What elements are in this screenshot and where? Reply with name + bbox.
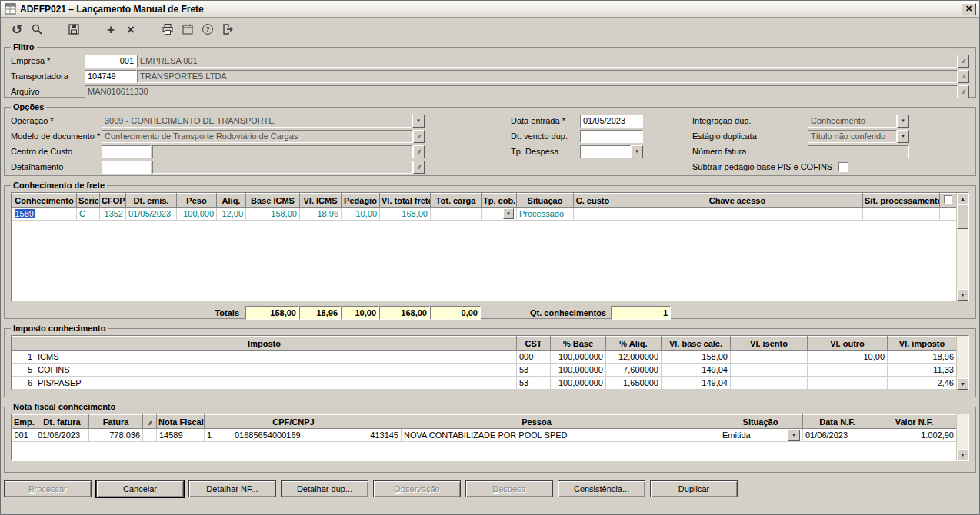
col-vl-icms[interactable]: Vl. ICMS — [300, 194, 342, 208]
pct-base-cell[interactable]: 100,000000 — [551, 377, 606, 390]
vl-base-calc-cell[interactable]: 149,04 — [662, 364, 731, 377]
situacao-dropdown[interactable]: Emitida ▼ — [721, 430, 800, 441]
col-chave-acesso[interactable]: Chave acesso — [612, 194, 863, 208]
pessoa-name-cell[interactable]: NOVA CONTABILIZADE POR POOL SPED — [402, 429, 718, 442]
vl-base-calc-cell[interactable]: 158,00 — [662, 351, 731, 364]
imposto-name-cell[interactable]: PIS/PASEP — [35, 377, 517, 390]
col-vl-isento[interactable]: Vl. isento — [731, 337, 808, 351]
tp-cob-dropdown[interactable]: ▼ — [484, 208, 514, 219]
transportadora-zoom-button[interactable]: // — [958, 70, 969, 83]
col-sit-processamento[interactable]: Sit. processamento — [863, 194, 940, 208]
col-cpf-cnpj[interactable]: CPF/CNPJ — [232, 415, 355, 429]
table-row[interactable]: 1 ICMS 000 100,000000 12,000000 158,00 1… — [12, 351, 957, 364]
exit-button[interactable] — [218, 20, 238, 38]
imposto-code-cell[interactable]: 6 — [12, 377, 35, 390]
arquivo-zoom-button[interactable]: // — [958, 85, 969, 98]
close-button[interactable]: ✕ — [962, 3, 976, 15]
dt-vencto-input[interactable] — [580, 130, 643, 143]
save-button[interactable] — [64, 20, 84, 38]
col-vl-imposto[interactable]: Vl. imposto — [888, 337, 957, 351]
imposto-scrollbar[interactable]: ▼ — [956, 336, 968, 390]
select-all-checkbox[interactable] — [944, 195, 952, 204]
chave-acesso-cell[interactable] — [612, 208, 863, 221]
cst-cell[interactable]: 000 — [517, 351, 551, 364]
empresa-code-input[interactable]: 001 — [85, 55, 137, 68]
calendar-button[interactable] — [178, 20, 198, 38]
tot-carga-cell[interactable] — [431, 208, 482, 221]
col-select-all[interactable] — [940, 194, 957, 208]
scroll-down-icon[interactable]: ▼ — [957, 289, 968, 301]
table-row[interactable]: 1589 C 1352 01/05/2023 100,000 12,00 158… — [12, 208, 957, 221]
col-tot-carga[interactable]: Tot. carga — [431, 194, 482, 208]
nota-fiscal-cell[interactable]: 14589 — [157, 429, 205, 442]
col-tp-cob[interactable]: Tp. cob. — [482, 194, 517, 208]
col-conhecimento[interactable]: Conhecimento — [12, 194, 77, 208]
imposto-code-cell[interactable]: 1 — [12, 351, 35, 364]
chevron-down-icon[interactable]: ▼ — [412, 115, 425, 128]
refresh-button[interactable]: ↺ — [7, 20, 27, 38]
col-dt-emis[interactable]: Dt. emis. — [126, 194, 177, 208]
pct-base-cell[interactable]: 100,000000 — [551, 351, 606, 364]
col-serie-nf[interactable] — [205, 415, 232, 429]
serie-cell[interactable]: C — [77, 208, 100, 221]
data-nf-cell[interactable]: 01/06/2023 — [803, 429, 872, 442]
chevron-down-icon[interactable]: ▼ — [503, 208, 514, 219]
tp-despesa-dropdown[interactable]: ▼ — [580, 145, 643, 158]
chevron-down-icon[interactable]: ▼ — [897, 115, 909, 128]
detalhamento-input[interactable] — [102, 161, 151, 174]
detalhar-dup-button[interactable]: Detalhar dup... — [281, 480, 368, 497]
table-row[interactable]: 6 PIS/PASEP 53 100,000000 1,650000 149,0… — [12, 377, 957, 390]
vl-outro-cell[interactable]: 10,00 — [808, 351, 888, 364]
scroll-track[interactable] — [957, 229, 968, 289]
situacao-cell[interactable]: Processado — [517, 208, 574, 221]
fatura-zoom-cell[interactable] — [143, 429, 157, 442]
pct-base-cell[interactable]: 100,000000 — [551, 364, 606, 377]
valor-nf-cell[interactable]: 1.002,90 — [872, 429, 957, 442]
col-serie[interactable]: Série — [77, 194, 100, 208]
cpf-cnpj-cell[interactable]: 01685654000169 — [232, 429, 355, 442]
dt-emis-cell[interactable]: 01/05/2023 — [126, 208, 177, 221]
fatura-cell[interactable]: 778.036 — [89, 429, 143, 442]
scroll-track[interactable] — [957, 336, 968, 378]
col-data-nf[interactable]: Data N.F. — [803, 415, 872, 429]
vl-isento-cell[interactable] — [731, 351, 808, 364]
col-aliq[interactable]: Aliq. — [217, 194, 246, 208]
vl-imposto-cell[interactable]: 18,96 — [888, 351, 957, 364]
chevron-down-icon[interactable]: ▼ — [788, 430, 800, 441]
vl-outro-cell[interactable] — [808, 377, 888, 390]
scroll-thumb[interactable] — [957, 204, 968, 229]
tp-cob-cell[interactable]: ▼ — [482, 208, 517, 221]
col-emp[interactable]: Emp. — [12, 415, 35, 429]
col-situacao-nf[interactable]: Situação — [718, 415, 803, 429]
modelo-zoom-button[interactable]: // — [413, 130, 425, 143]
c-custo-cell[interactable] — [574, 208, 612, 221]
cancelar-button[interactable]: Cancelar — [96, 480, 184, 497]
col-nota-fiscal[interactable]: Nota Fiscal — [157, 415, 205, 429]
chevron-down-icon[interactable]: ▼ — [631, 145, 643, 158]
serie-nf-cell[interactable]: 1 — [205, 429, 232, 442]
sit-processamento-cell[interactable] — [863, 208, 940, 221]
col-situacao[interactable]: Situação — [517, 194, 574, 208]
frete-scrollbar[interactable]: ▲ ▼ — [956, 193, 968, 301]
transportadora-code-input[interactable]: 104749 — [85, 70, 137, 83]
vl-icms-cell[interactable]: 18,96 — [300, 208, 342, 221]
vl-total-frete-cell[interactable]: 168,00 — [380, 208, 431, 221]
col-pct-aliq[interactable]: % Aliq. — [606, 337, 662, 351]
col-dt-fatura[interactable]: Dt. fatura — [35, 415, 89, 429]
search-button[interactable] — [27, 20, 47, 38]
col-imposto[interactable]: Imposto — [12, 337, 517, 351]
peso-cell[interactable]: 100,000 — [177, 208, 217, 221]
nota-scrollbar[interactable]: ▼ — [956, 414, 968, 460]
emp-cell[interactable]: 001 — [12, 429, 35, 442]
detalhar-nf-button[interactable]: Detalhar NF... — [188, 480, 276, 497]
processar-button[interactable]: Processar — [4, 480, 92, 497]
col-vl-total-frete[interactable]: Vl. total frete — [380, 194, 431, 208]
col-vl-outro[interactable]: Vl. outro — [808, 337, 888, 351]
cst-cell[interactable]: 53 — [517, 364, 551, 377]
scroll-down-icon[interactable]: ▼ — [957, 378, 968, 390]
operacao-dropdown[interactable]: 3009 - CONHECIMENTO DE TRANSPORTE ▼ — [102, 115, 425, 128]
base-icms-cell[interactable]: 158,00 — [246, 208, 300, 221]
pct-aliq-cell[interactable]: 12,000000 — [606, 351, 662, 364]
col-base-icms[interactable]: Base ICMS — [246, 194, 300, 208]
empresa-zoom-button[interactable]: // — [958, 55, 969, 68]
